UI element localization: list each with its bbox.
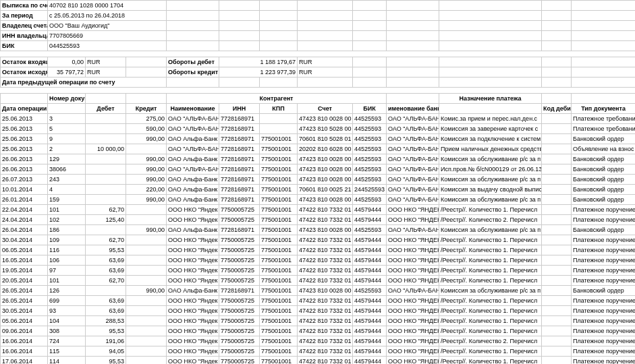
table-row[interactable]: 05.06.2014104288,53ООО НКО "Яндек7750005… (1, 316, 636, 326)
cell-bn: ОАО "АЛЬФА-БАН (387, 175, 439, 185)
cell-acc: 47423 810 0028 00 (298, 286, 353, 296)
cell-kpp: 775001001 (260, 164, 298, 175)
table-row[interactable]: 26.01.2014159990,00ОАО Альфа-Банк7728168… (1, 195, 636, 205)
cell-inn: 7750005725 (219, 326, 260, 336)
cell-blank (542, 326, 572, 336)
table-row[interactable]: 26.06.2013129990,00ОАО Альфа-Банк7728168… (1, 154, 636, 164)
cell-acc: 47422 810 7332 01 (298, 336, 353, 346)
cell-db: 191,06 (86, 336, 126, 346)
cell-n: 101 (48, 276, 86, 286)
cell-blank (542, 357, 572, 365)
table-row[interactable]: 25.06.20135590,00ОАО "АЛЬФА-БАН772816897… (1, 124, 636, 134)
val-debit-turn: 1 188 179,67 (219, 57, 298, 67)
table-row[interactable]: 26.04.2014186990,00ОАО Альфа-Банк7728168… (1, 225, 636, 235)
cell-pay: /Реестр//. Количество 1. Перечисл (439, 306, 542, 316)
table-row[interactable]: 25.06.20133275,00ОАО "АЛЬФА-БАН772816897… (1, 114, 636, 124)
cell-d: 25.06.2013 (1, 134, 48, 144)
cell-bn: ООО НКО "ЯНДЕК (387, 205, 439, 215)
cell-kpp: 775001001 (260, 195, 298, 205)
table-row[interactable]: 09.06.201430895,53ООО НКО "Яндек77500057… (1, 326, 636, 336)
cell-pay: /Реестр//. Количество 2. Перечисл (439, 336, 542, 346)
cell-inn: 7728168971 (219, 225, 260, 235)
cell-cr: 990,00 (126, 154, 167, 164)
cell-bik: 44525593 (353, 286, 387, 296)
table-row[interactable]: 22.04.201410162,70ООО НКО "Яндек77500057… (1, 205, 636, 215)
cell-inn: 7728168971 (219, 134, 260, 144)
cell-cr (126, 336, 167, 346)
cell-db (86, 164, 126, 175)
cell-blank (542, 185, 572, 195)
table-row[interactable]: 19.05.20149763,69ООО НКО "Яндек775000572… (1, 266, 636, 276)
cell-nm: ОАО "АЛЬФА-БАН (167, 114, 219, 124)
cell-inn: 7728168971 (219, 286, 260, 296)
table-row[interactable]: 10.01.20144220,00ОАО Альфа-Банк772816897… (1, 185, 636, 195)
cell-bn: ОАО "АЛЬФА-БАН (387, 144, 439, 154)
cell-blank (542, 195, 572, 205)
cell-d: 26.05.2014 (1, 286, 48, 296)
cell-nm: ООО НКО "Яндек (167, 276, 219, 286)
val-period: с 25.05.2013 по 26.04.2018 (48, 11, 167, 21)
cell-kpp: 775001001 (260, 326, 298, 336)
table-row[interactable]: 16.05.201410663,69ООО НКО "Яндек77500057… (1, 255, 636, 266)
cell-d: 30.05.2014 (1, 306, 48, 316)
cell-db: 62,70 (86, 235, 126, 245)
table-row[interactable]: 30.05.20149363,69ООО НКО "Яндек775000572… (1, 306, 636, 316)
cell-acc: 47422 810 7332 01 (298, 346, 353, 357)
cell-blank (542, 215, 572, 225)
table-row[interactable]: 20.05.201410162,70ООО НКО "Яндек77500057… (1, 276, 636, 286)
cell-bik: 44579444 (353, 235, 387, 245)
val-bik: 044525593 (48, 41, 167, 51)
lbl-credit-turn: Обороты кредит (167, 67, 219, 78)
table-row[interactable]: 16.06.2014724191,06ООО НКО "Яндек7750005… (1, 336, 636, 346)
cell-td: Банковский ордер (572, 225, 635, 235)
table-row[interactable]: 17.06.201411495,53ООО НКО "Яндек77500057… (1, 357, 636, 365)
cell-kpp: 775001001 (260, 336, 298, 346)
cell-db: 10 000,00 (86, 144, 126, 154)
table-row[interactable]: 24.04.2014102125,40ООО НКО "Яндек7750005… (1, 215, 636, 225)
cell-n: 4 (48, 185, 86, 195)
cell-nm: ОАО Альфа-Банк (167, 185, 219, 195)
cell-bn: ООО НКО "ЯНДЕК (387, 296, 439, 306)
cell-pay: Комиссия за заверение карточек с (439, 124, 542, 134)
table-row[interactable]: 26.07.2013243990,00ОАО Альфа-Банк7728168… (1, 175, 636, 185)
cell-blank (542, 245, 572, 255)
cell-inn: 7750005725 (219, 266, 260, 276)
cell-acc: 70601 810 5028 01 (298, 134, 353, 144)
cell-db: 95,53 (86, 326, 126, 336)
cell-blank (542, 205, 572, 215)
table-row[interactable]: 06.05.201411695,53ООО НКО "Яндек77500057… (1, 245, 636, 255)
cell-n: 3 (48, 114, 86, 124)
cell-bik: 44579444 (353, 276, 387, 286)
table-row[interactable]: 16.06.201411594,05ООО НКО "Яндек77500057… (1, 346, 636, 357)
cell-acc: 47422 810 7332 01 (298, 255, 353, 266)
cell-bn: ООО НКО "ЯНДЕК (387, 346, 439, 357)
lbl-debit-turn: Обороты дебет (167, 57, 219, 67)
cell-cr (126, 235, 167, 245)
table-row[interactable]: 26.05.201469963,69ООО НКО "Яндек77500057… (1, 296, 636, 306)
cell-blank (542, 144, 572, 154)
cell-kpp: 775001001 (260, 185, 298, 195)
cell-inn: 7750005725 (219, 205, 260, 215)
cell-blank (542, 286, 572, 296)
cell-td: Платежное поручение (572, 215, 635, 225)
rur-4: RUR (298, 67, 353, 78)
cell-acc: 47422 810 7332 01 (298, 205, 353, 215)
table-row[interactable]: 25.06.20139990,00ОАО Альфа-Банк772816897… (1, 134, 636, 144)
cell-kpp: 775001001 (260, 134, 298, 144)
cell-kpp: 775001001 (260, 357, 298, 365)
table-row[interactable]: 26.06.201338066990,00ОАО "АЛЬФА-БАН77281… (1, 164, 636, 175)
cell-blank (542, 114, 572, 124)
cell-n: 114 (48, 357, 86, 365)
cell-td: Платежное требование (572, 124, 635, 134)
cell-td: Платежное поручение (572, 336, 635, 346)
cell-inn: 7750005725 (219, 276, 260, 286)
cell-inn: 7750005725 (219, 235, 260, 245)
lbl-open-bal: Остаток входящи (1, 57, 48, 67)
cell-n: 2 (48, 144, 86, 154)
cell-pay: /Реестр//. Количество 1. Перечисл (439, 255, 542, 266)
table-row[interactable]: 25.06.2013210 000,00ОАО "АЛЬФА-БАН772816… (1, 144, 636, 154)
cell-n: 9 (48, 134, 86, 144)
table-row[interactable]: 26.05.2014126990,00ОАО Альфа-Банк7728168… (1, 286, 636, 296)
cell-nm: ОАО Альфа-Банк (167, 175, 219, 185)
table-row[interactable]: 30.04.201410962,70ООО НКО "Яндек77500057… (1, 235, 636, 245)
